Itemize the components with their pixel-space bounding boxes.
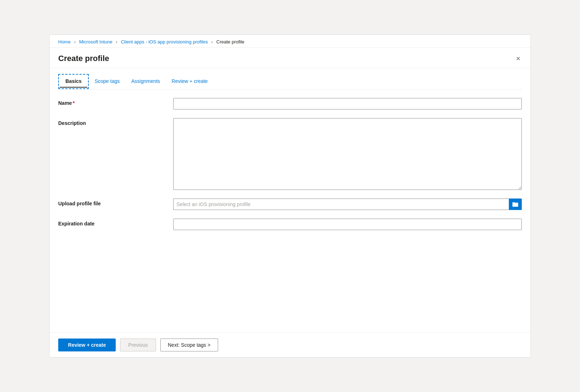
- tab-scope-tags[interactable]: Scope tags: [89, 74, 125, 89]
- tab-assignments[interactable]: Assignments: [125, 74, 166, 89]
- breadcrumb-intune[interactable]: Microsoft Intune: [79, 39, 112, 45]
- footer-bar: Review + create Previous Next: Scope tag…: [50, 332, 530, 357]
- description-row: Description: [58, 118, 522, 190]
- page-title: Create profile: [58, 54, 109, 63]
- tabs-container: Basics Scope tags Assignments Review + c…: [50, 68, 530, 89]
- tab-review-create[interactable]: Review + create: [166, 74, 213, 89]
- close-button[interactable]: ×: [515, 53, 522, 64]
- panel-header: Create profile ×: [50, 48, 530, 68]
- breadcrumb-sep-1: ›: [74, 39, 75, 45]
- upload-label: Upload profile file: [58, 199, 173, 206]
- tab-basics[interactable]: Basics: [60, 75, 87, 88]
- name-row: Name*: [58, 98, 522, 109]
- breadcrumb-sep-2: ›: [116, 39, 117, 45]
- tab-basics-wrapper: Basics: [58, 74, 89, 89]
- create-profile-panel: Home › Microsoft Intune › Client apps - …: [49, 34, 531, 358]
- next-button[interactable]: Next: Scope tags >: [160, 339, 218, 351]
- previous-button: Previous: [120, 339, 156, 351]
- breadcrumb-client-apps[interactable]: Client apps - iOS app provisioning profi…: [121, 39, 208, 45]
- description-label: Description: [58, 118, 173, 126]
- folder-icon: [512, 201, 519, 207]
- upload-file-button[interactable]: [509, 199, 522, 210]
- name-required-star: *: [73, 100, 74, 106]
- breadcrumb-home[interactable]: Home: [58, 39, 71, 45]
- upload-field-wrapper: Select an iOS provisioning profile: [173, 199, 522, 210]
- description-input[interactable]: [173, 118, 522, 190]
- upload-placeholder-text: Select an iOS provisioning profile: [173, 199, 509, 210]
- upload-row: Upload profile file Select an iOS provis…: [58, 199, 522, 210]
- breadcrumb-sep-3: ›: [211, 39, 213, 45]
- name-label: Name*: [58, 98, 173, 106]
- breadcrumb-current: Create profile: [216, 39, 244, 45]
- breadcrumb: Home › Microsoft Intune › Client apps - …: [50, 35, 530, 48]
- name-input[interactable]: [173, 98, 522, 109]
- review-create-button[interactable]: Review + create: [58, 339, 116, 351]
- expiration-row: Expiration date: [58, 219, 522, 230]
- expiration-input[interactable]: [173, 219, 522, 230]
- form-area: Name* Description Upload profile file Se…: [50, 89, 530, 332]
- expiration-label: Expiration date: [58, 219, 173, 227]
